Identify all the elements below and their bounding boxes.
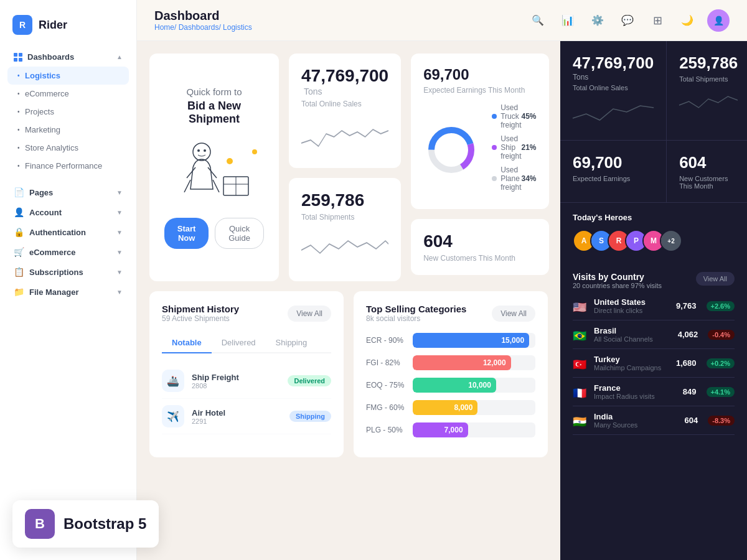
sidebar-category-auth[interactable]: 🔒 Authentication ▼ [0, 222, 136, 242]
header-left: Dashboard Home/ Dashboards/ Logistics [154, 9, 252, 32]
ship-info-0: Ship Freight 2808 [192, 373, 239, 390]
country-source-0: Direct link clicks [594, 307, 670, 314]
bar-label-0: ECR - 90% [366, 336, 406, 345]
hero-title: Bid a New Shipment [164, 100, 264, 126]
sidebar-category-dashboards[interactable]: Dashboards ▲ [7, 47, 129, 67]
ship-info-1: Air Hotel 2291 [192, 408, 225, 425]
country-visits-3: 849 [683, 387, 697, 396]
sidebar-item-logistics[interactable]: Logistics [7, 67, 129, 85]
bar-track-1: 12,000 [413, 355, 535, 370]
ship-name-0: Ship Freight [192, 373, 239, 382]
bar-item-0: ECR - 90% 15,000 [366, 333, 535, 348]
shipment-view-all-button[interactable]: View All [288, 306, 331, 322]
bar-fill-2: 10,000 [413, 378, 496, 393]
settings-icon[interactable]: ⚙️ [588, 11, 608, 30]
sidebar-category-account[interactable]: 👤 Account ▼ [0, 202, 136, 222]
svg-point-11 [204, 149, 206, 152]
donut-wrap: Used Truck freight 45% Used Ship freight… [423, 103, 536, 197]
country-item-2: 🇹🇷 Turkey Mailchimp Campaigns 1,680 +0.2… [573, 349, 735, 378]
sidebar-item-marketing[interactable]: Marketing [7, 121, 129, 139]
sidebar-category-ecommerce2[interactable]: 🛒 eCommerce ▼ [0, 242, 136, 262]
dark-stats-grid: 47,769,700 Tons Total Online Sales 259,7… [560, 41, 747, 202]
bar-item-3: FMG - 60% 8,000 [366, 400, 535, 415]
dark-stat-num-3: 604 [679, 153, 738, 172]
legend-truck: Used Truck freight 45% [492, 103, 536, 129]
message-icon[interactable]: 💬 [618, 11, 637, 30]
bar-track-0: 15,000 [413, 333, 535, 348]
top-selling-subtitle: 8k social visitors [366, 314, 466, 323]
bottom-row: Shipment History 59 Active Shipments Vie… [149, 291, 548, 457]
visits-title: Visits by Country [573, 272, 662, 282]
breadcrumb-dashboards: Dashboards/ [179, 23, 221, 32]
ship-name-1: Air Hotel [192, 408, 225, 418]
pages-icon: 📄 [14, 187, 24, 197]
bar-fill-1: 12,000 [413, 355, 511, 370]
country-change-1: -0.4% [708, 330, 735, 340]
tab-shipping[interactable]: Shipping [266, 333, 317, 353]
quick-guide-button[interactable]: Quick Guide [215, 218, 264, 249]
categories-view-all-button[interactable]: View All [492, 306, 535, 322]
country-name-3: France [594, 383, 677, 393]
user-avatar[interactable]: 👤 [707, 9, 730, 32]
dark-stat-3: 604 New Customers This Month [667, 141, 747, 202]
total-sales-number: 47,769,700 [301, 66, 388, 85]
country-info-0: United States Direct link clicks [594, 297, 670, 314]
search-icon[interactable]: 🔍 [528, 11, 548, 30]
dark-stat-label-2: Expected Earnings [573, 175, 654, 182]
ship-num-0: 2808 [192, 382, 239, 390]
total-sales-unit: Tons [304, 86, 322, 96]
theme-icon[interactable]: 🌙 [677, 11, 697, 30]
sidebar-item-store-analytics[interactable]: Store Analytics [7, 139, 129, 157]
dark-stat-1: 259,786 Total Shipments [667, 41, 747, 141]
shipment-history-title-group: Shipment History 59 Active Shipments [162, 304, 239, 323]
logo-name: Rider [39, 19, 67, 32]
country-visits-0: 9,763 [676, 301, 697, 310]
visits-section: Visits by Country 20 countries share 97%… [560, 262, 747, 560]
sidebar-section-dashboards: Dashboards ▲ Logistics eCommerce Project… [0, 47, 136, 175]
top-selling-card: Top Selling Categories 8k social visitor… [354, 291, 548, 457]
shipments-mini-chart [301, 231, 388, 269]
watermark: B Bootstrap 5 [12, 500, 159, 548]
account-icon: 👤 [14, 207, 24, 217]
bar-item-2: EOQ - 75% 10,000 [366, 378, 535, 393]
bar-item-4: PLG - 50% 7,000 [366, 422, 535, 437]
sidebar-category-pages[interactable]: 📄 Pages ▼ [0, 182, 136, 202]
dark-stat-num-1: 259,786 [679, 54, 738, 73]
start-now-button[interactable]: Start Now [164, 218, 209, 249]
sidebar-item-projects[interactable]: Projects [7, 103, 129, 121]
country-change-0: +2.6% [707, 301, 735, 311]
dark-stat-label-0: Total Online Sales [573, 84, 654, 91]
grid-view-icon[interactable]: ⊞ [647, 11, 667, 30]
visits-view-all-button[interactable]: View All [696, 272, 735, 286]
dark-stat-num-0: 47,769,700 [573, 54, 654, 73]
svg-line-1 [184, 180, 190, 192]
earnings-card: 69,700 Expected Earnings This Month [411, 54, 548, 209]
bootstrap-icon: B [25, 509, 55, 539]
country-change-3: +4.1% [707, 387, 735, 397]
country-name-0: United States [594, 297, 670, 307]
visits-subtitle: 20 countries share 97% visits [573, 282, 662, 289]
ship-num-1: 2291 [192, 418, 225, 425]
bar-label-2: EOQ - 75% [366, 381, 406, 390]
sidebar-item-ecommerce[interactable]: eCommerce [7, 85, 129, 103]
visits-title-group: Visits by Country 20 countries share 97%… [573, 272, 662, 289]
visits-header: Visits by Country 20 countries share 97%… [573, 272, 735, 289]
country-item-3: 🇫🇷 France Impact Radius visits 849 +4.1% [573, 378, 735, 406]
chart-icon[interactable]: 📊 [558, 11, 578, 30]
svg-point-10 [197, 149, 200, 152]
bootstrap-text: Bootstrap 5 [63, 515, 146, 533]
bar-track-3: 8,000 [413, 400, 535, 415]
tab-delivered[interactable]: Delivered [212, 333, 266, 353]
tab-notable[interactable]: Notable [162, 333, 212, 353]
sidebar-category-filemanager[interactable]: 📁 File Manager ▼ [0, 282, 136, 302]
country-info-4: India Many Sources [594, 412, 679, 429]
sidebar-category-subscriptions[interactable]: 📋 Subscriptions ▼ [0, 262, 136, 282]
dashboards-icon [14, 53, 22, 62]
shipment-history-header: Shipment History 59 Active Shipments Vie… [162, 304, 331, 323]
chevron-down-icon-3: ▼ [116, 229, 123, 236]
country-flag-3: 🇫🇷 [573, 386, 588, 398]
legend-plane: Used Plane freight 34% [492, 166, 536, 192]
country-flag-4: 🇮🇳 [573, 415, 588, 426]
new-customers-card: 604 New Customers This Month [411, 219, 548, 275]
sidebar-item-finance[interactable]: Finance Performance [7, 157, 129, 175]
